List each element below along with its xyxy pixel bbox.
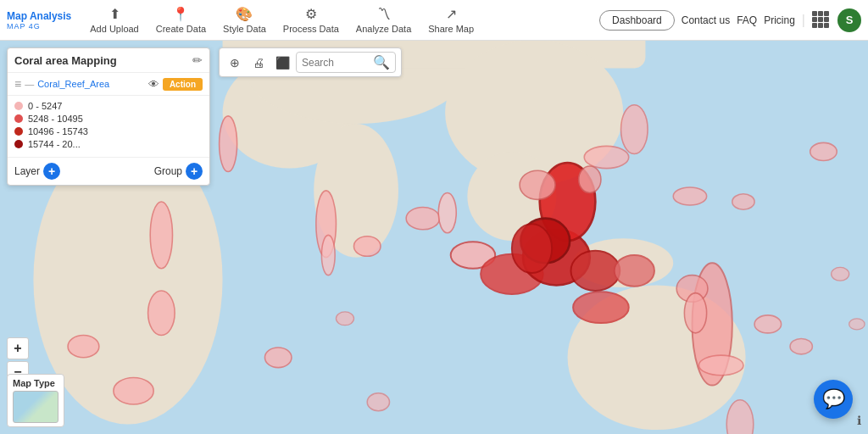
navbar: Map Analysis MAP 4G ⬆ Add Upload 📍 Creat… [0,0,868,41]
legend-color-dot [14,102,23,110]
contact-link[interactable]: Contact us [682,14,730,26]
create-data-icon: 📍 [172,6,189,22]
add-upload-icon: ⬆ [109,6,120,22]
share-map-label: Share Map [428,24,474,34]
info-circle-icon: ℹ [857,414,861,427]
info-icon[interactable]: ℹ [857,414,861,427]
visibility-toggle[interactable]: 👁 [148,78,159,91]
brand: Map Analysis MAP 4G [7,10,71,31]
svg-point-35 [790,338,812,353]
map-type-label: Map Type [13,378,55,388]
faq-link[interactable]: FAQ [737,14,757,26]
svg-point-11 [150,202,172,269]
share-map-icon: ↗ [446,6,457,22]
layer-label: Layer [14,165,40,177]
svg-point-40 [579,166,601,193]
select-tool-button[interactable]: ⊕ [225,53,245,73]
legend-item: 0 - 5247 [14,101,203,111]
brand-subtitle: MAP 4G [7,22,41,31]
avatar[interactable]: S [837,8,861,32]
svg-point-26 [570,251,620,291]
action-button[interactable]: Action [163,78,203,91]
nav-item-add-upload[interactable]: ⬆ Add Upload [81,0,147,41]
add-upload-label: Add Upload [90,24,139,34]
print-button[interactable]: 🖨 [248,53,269,73]
edit-icon[interactable]: ✏ [192,53,203,67]
svg-point-38 [621,105,648,154]
svg-point-43 [832,267,849,281]
svg-point-15 [264,348,292,368]
svg-point-48 [321,235,335,275]
chat-icon: 💬 [822,388,845,410]
style-data-label: Style Data [223,24,266,34]
left-panel: Coral area Mapping ✏ ≡ — Coral_Reef_Area… [7,47,210,186]
zoom-in-button[interactable]: + [7,337,29,359]
add-group-button[interactable]: Group + [154,163,203,180]
nav-item-analyze-data[interactable]: 〽 Analyze Data [348,0,420,41]
map-type-thumbnail[interactable] [13,391,58,423]
map-type-box[interactable]: Map Type [7,374,64,427]
add-layer-icon: + [43,163,60,180]
panel-header: Coral area Mapping ✏ [8,48,209,73]
layer-name: Coral_Reef_Area [37,79,145,89]
legend-range-label: 5248 - 10495 [28,114,83,124]
legend-range-label: 15744 - 20... [28,139,81,149]
drag-handle-icon[interactable]: ≡ [14,77,21,91]
dashboard-button[interactable]: Dashboard [599,10,675,31]
group-label: Group [154,165,182,177]
svg-point-18 [406,208,439,230]
legend-color-dot [14,127,23,136]
legend-item: 5248 - 10495 [14,114,203,124]
legend-range-label: 0 - 5247 [28,101,62,111]
search-box: 🔍 [296,52,396,73]
process-data-icon: ⚙ [305,6,317,22]
svg-point-25 [512,224,552,273]
layer-group-bar: Layer + Group + [8,158,209,185]
svg-point-45 [336,312,353,326]
nav-item-create-data[interactable]: 📍 Create Data [147,0,214,41]
svg-point-41 [520,170,555,199]
legend-item: 15744 - 20... [14,139,203,149]
nav-item-process-data[interactable]: ⚙ Process Data [275,0,348,41]
legend-color-dot [14,140,23,148]
panel-title: Coral area Mapping [14,54,117,67]
map-toolbar: ⊕ 🖨 ⬛ 🔍 [219,47,402,77]
chat-button[interactable]: 💬 [814,380,853,419]
svg-point-34 [754,315,782,333]
svg-point-17 [353,236,381,257]
analyze-data-icon: 〽 [377,7,391,22]
grid-apps-icon[interactable] [812,11,831,30]
process-data-label: Process Data [283,24,339,34]
svg-point-13 [114,377,153,404]
add-layer-button[interactable]: Layer + [14,163,60,180]
svg-point-39 [584,146,629,168]
svg-point-14 [68,336,99,358]
create-data-label: Create Data [156,24,206,34]
svg-point-32 [673,187,706,205]
add-group-icon: + [186,163,203,180]
svg-point-27 [573,292,629,323]
svg-point-36 [698,355,743,376]
brand-title: Map Analysis [7,10,71,22]
pricing-link[interactable]: Pricing [764,14,795,26]
svg-point-19 [438,192,456,232]
map-container[interactable]: ⊕ 🖨 ⬛ 🔍 Coral area Mapping ✏ ≡ — Coral_R… [0,41,868,434]
nav-item-share-map[interactable]: ↗ Share Map [420,0,482,41]
legend: 0 - 5247 5248 - 10495 10496 - 15743 1574… [8,96,209,158]
svg-point-31 [810,142,837,160]
layer-row: ≡ — Coral_Reef_Area 👁 Action [8,73,209,96]
style-data-icon: 🎨 [236,6,253,22]
legend-range-label: 10496 - 15743 [28,126,88,136]
legend-item: 10496 - 15743 [14,126,203,136]
svg-point-33 [732,194,754,209]
search-input[interactable] [302,57,370,69]
svg-point-12 [148,291,175,336]
svg-point-37 [684,293,706,333]
nav-item-style-data[interactable]: 🎨 Style Data [214,0,275,41]
svg-point-10 [220,116,237,172]
svg-point-46 [367,393,389,411]
search-icon: 🔍 [373,54,390,70]
svg-point-44 [849,319,865,330]
download-button[interactable]: ⬛ [272,53,292,73]
svg-point-28 [615,255,654,287]
